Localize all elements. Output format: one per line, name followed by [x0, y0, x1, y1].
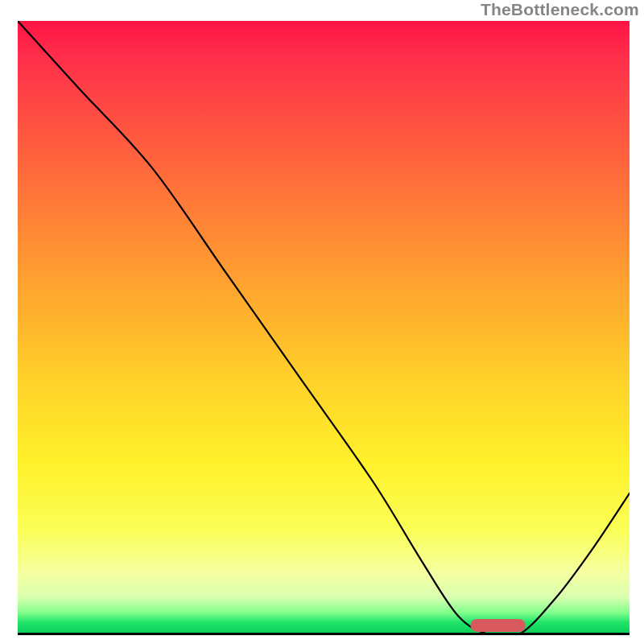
optimal-range-marker — [470, 619, 525, 632]
watermark-text: TheBottleneck.com — [481, 0, 639, 19]
chart-overlay — [18, 21, 630, 634]
x-axis-line — [18, 633, 630, 635]
plot-area — [18, 21, 630, 634]
bottleneck-curve — [18, 21, 630, 634]
chart-canvas: TheBottleneck.com — [0, 0, 644, 644]
